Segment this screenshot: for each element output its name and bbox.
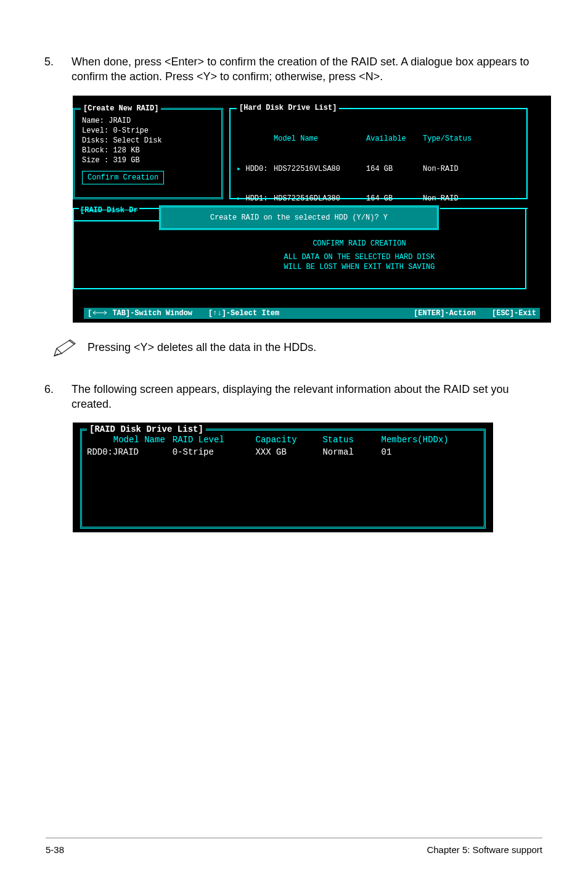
raid-r-members: 01 [382,447,480,459]
note-pencil-icon [44,337,88,358]
raid-list-title: [RAID Disk Drive List] [87,424,206,434]
create-size: Size : 319 GB [82,155,214,165]
step-5-text: When done, press <Enter> to confirm the … [71,54,544,85]
bios-screenshot-2: [RAID Disk Drive List] Model Name RAID L… [73,423,493,532]
warn-line-1: CONFIRM RAID CREATION [258,239,461,249]
hdd0-type: Non-RAID [423,164,478,174]
note-row: Pressing <Y> deletes all the data in the… [44,337,544,358]
hdd-header-avail: Available [366,134,423,144]
hdd0-model: HDS722516VLSA80 [274,164,366,174]
create-block: Block: 128 KB [82,146,214,155]
create-raid-dialog[interactable]: Create RAID on the selected HDD (Y/N)? Y [159,205,439,230]
raid-h-capacity: Capacity [255,434,322,447]
step-6-text: The following screen appears, displaying… [71,382,544,412]
bios-screenshot-1: [Create New RAID] Name: JRAID Level: 0-S… [73,96,551,323]
raid-r-model: RDD0:JRAID [87,447,173,459]
hdd1-avail: 164 GB [366,194,423,204]
warn-line-2: ALL DATA ON THE SELECTED HARD DISK [258,252,461,262]
panel-create-new-raid: [Create New RAID] Name: JRAID Level: 0-S… [73,108,223,199]
chapter-label: Chapter 5: Software support [427,844,542,855]
hdd0-avail: 164 GB [366,164,423,174]
raid-r-capacity: XXX GB [255,447,322,459]
raid-r-level: 0-Stripe [173,447,256,459]
step-5: 5. When done, press <Enter> to confirm t… [44,54,544,85]
hdd-header-type: Type/Status [423,134,478,144]
create-name: Name: JRAID [82,116,214,126]
hdd0-dev: HDD0: [245,165,267,173]
raid-list-header: Model Name RAID Level Capacity Status Me… [87,434,479,447]
left-right-arrow-icon [92,310,108,315]
hdd1-model: HDS722516DLA380 [274,194,366,204]
panel-create-title: [Create New RAID] [81,104,161,113]
footer-select: [↑↓]-Select Item [208,309,279,318]
step-6: 6. The following screen appears, display… [44,382,544,412]
note-text: Pressing <Y> deletes all the data in the… [88,341,544,354]
footer-action: [ENTER]-Action [414,309,476,318]
raid-list-row-0: RDD0:JRAID 0-Stripe XXX GB Normal 01 [87,447,479,459]
hdd-row-0: ▸ HDD0: HDS722516VLSA80 164 GB Non-RAID [237,164,520,174]
create-disks: Disks: Select Disk [82,136,214,146]
hdd1-type: Non-RAID [423,194,478,204]
raid-h-level: RAID Level [173,434,256,447]
raid-h-model: Model Name [87,434,173,447]
page-footer: 5-38 Chapter 5: Software support [46,838,542,855]
raid-r-status: Normal [322,447,381,459]
panel-hdd-title: [Hard Disk Drive List] [237,104,339,112]
confirm-creation-box[interactable]: Confirm Creation [82,171,164,184]
step-5-number: 5. [44,54,71,69]
panel-raid-disk-drive-list: [RAID Disk Drive List] Model Name RAID L… [80,429,486,529]
panel-hdd-list: [Hard Disk Drive List] Model Name Availa… [229,108,528,199]
bios-footer-bar: [ TAB]-Switch Window [↑↓]-Select Item [E… [84,308,540,319]
confirm-warning: CONFIRM RAID CREATION ALL DATA ON THE SE… [258,239,461,273]
create-level: Level: 0-Stripe [82,126,214,136]
page-number: 5-38 [46,844,64,855]
warn-line-3: WILL BE LOST WHEN EXIT WITH SAVING [258,262,461,272]
hdd-row-1: ▸ HDD1: HDS722516DLA380 164 GB Non-RAID [237,194,520,204]
step-6-number: 6. [44,382,71,397]
footer-esc: [ESC]-Exit [492,309,536,318]
hdd-header-model: Model Name [274,134,366,144]
hdd-header: Model Name Available Type/Status [237,134,520,144]
create-raid-dialog-text: Create RAID on the selected HDD (Y/N)? Y [210,213,388,222]
raid-h-members: Members(HDDx) [382,434,479,447]
hdd1-dev: HDD1: [245,194,267,203]
raid-h-status: Status [322,434,381,447]
footer-tab: [ TAB]-Switch Window [88,309,192,318]
